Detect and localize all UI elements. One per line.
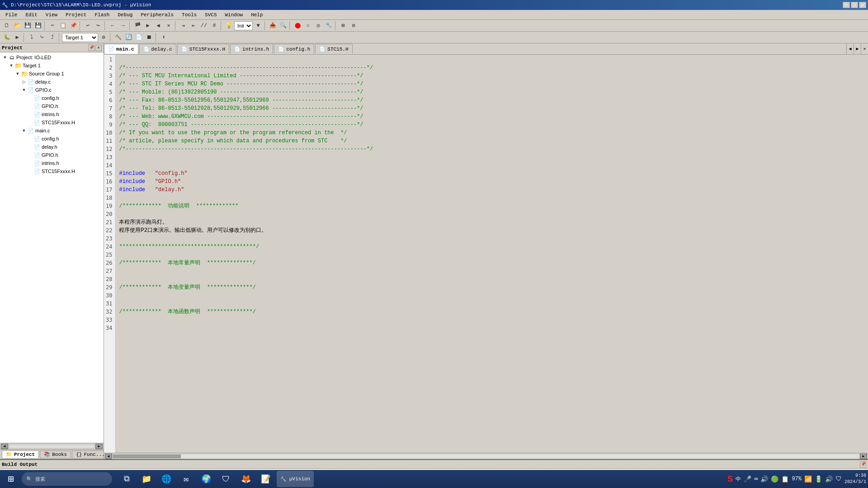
cut-button[interactable]: ✂ — [47, 21, 57, 31]
scroll-right-btn[interactable]: ▶ — [95, 444, 103, 449]
expand-main-c[interactable]: ▼ — [21, 127, 27, 134]
panel-close-button[interactable]: ✕ — [95, 45, 102, 51]
tree-node-target1[interactable]: ▼ 📁 Target 1 — [1, 61, 103, 70]
tab-books[interactable]: 📚 Books — [40, 450, 71, 459]
disable-bp-button[interactable]: ◎ — [313, 21, 323, 31]
bookmark-prev-button[interactable]: ◀ — [153, 21, 163, 31]
rebuild-button[interactable]: 🔄 — [123, 33, 133, 42]
debug-button[interactable]: 🐛 — [2, 33, 12, 42]
editor-scrollbar-h[interactable]: ◀ ▶ — [104, 453, 868, 459]
tree-node-gpio-c[interactable]: ▼ 📄 GPIO.c — [1, 86, 103, 94]
uvision-taskbar-app[interactable]: 🔧 µVision — [277, 471, 314, 487]
paste-button[interactable]: 📌 — [68, 21, 78, 31]
tree-node-main-stc15-h[interactable]: 📄 STC15Fxxxx.H — [1, 167, 103, 175]
target-settings-button[interactable]: ⚙ — [99, 33, 108, 42]
save-all-button[interactable]: 💾 — [33, 21, 43, 31]
minimize-button[interactable]: — — [843, 2, 850, 8]
menu-project[interactable]: Project — [62, 11, 90, 19]
tree-node-main-gpio-h[interactable]: 📄 GPIO.h — [1, 151, 103, 159]
editor-scroll-right[interactable]: ▶ — [860, 454, 867, 459]
tab-config-h[interactable]: 📄 config.h — [274, 44, 314, 54]
taskbar-search[interactable]: 🔍 搜索 — [22, 472, 112, 486]
tree-node-config-h[interactable]: 📄 config.h — [1, 94, 103, 102]
search-btn[interactable]: 🔍 — [278, 21, 288, 31]
menu-edit[interactable]: Edit — [22, 11, 41, 19]
clear-bp-button[interactable]: ○ — [303, 21, 313, 31]
editor-scroll-thumb[interactable] — [113, 455, 181, 458]
build-pin-button[interactable]: 📌 — [860, 461, 866, 468]
expand-target1[interactable]: ▼ — [8, 62, 14, 69]
stop-build-button[interactable]: ⏹ — [144, 33, 154, 42]
nav-back-button[interactable]: ← — [108, 21, 118, 31]
app-icon-6[interactable]: 🦊 — [237, 471, 255, 487]
menu-view[interactable]: View — [42, 11, 61, 19]
menu-tools[interactable]: Tools — [178, 11, 200, 19]
tab-stc15-h[interactable]: 📄 STC15.H — [315, 44, 352, 54]
shield-button[interactable]: 🛡 — [217, 471, 235, 487]
menu-file[interactable]: File — [2, 11, 21, 19]
expand-gpio-c[interactable]: ▼ — [21, 87, 27, 93]
indent-button[interactable]: ⇥ — [178, 21, 188, 31]
translate-button[interactable]: 📄 — [134, 33, 144, 42]
menu-flash[interactable]: Flash — [91, 11, 113, 19]
bookmark-button[interactable]: 🏴 — [132, 21, 142, 31]
undo-button[interactable]: ↩ — [83, 21, 93, 31]
expand-project-root[interactable]: ▼ — [2, 54, 8, 61]
download-button[interactable]: 📥 — [268, 21, 278, 31]
scroll-left-btn[interactable]: ◀ — [1, 444, 8, 449]
explorer-button[interactable]: 📁 — [137, 471, 156, 487]
menu-window[interactable]: Window — [222, 11, 247, 19]
browser-button1[interactable]: 🌐 — [157, 471, 175, 487]
step-out-button[interactable]: ⤴ — [47, 33, 57, 42]
init-combo[interactable]: Init — [234, 21, 253, 30]
run-button[interactable]: ▶ — [12, 33, 22, 42]
comment-button[interactable]: // — [199, 21, 209, 31]
menu-debug[interactable]: Debug — [114, 11, 136, 19]
tree-node-main-delay-h[interactable]: 📄 delay.h — [1, 143, 103, 151]
tree-scrollbar-h[interactable]: ◀ ▶ — [0, 443, 104, 449]
tree-node-gpio-h[interactable]: 📄 GPIO.h — [1, 102, 103, 110]
mail-button[interactable]: ✉ — [177, 471, 195, 487]
save-button[interactable]: 💾 — [23, 21, 33, 31]
tab-close-btn[interactable]: ✕ — [861, 43, 868, 54]
tree-node-main-intrins-h[interactable]: 📄 intrins.h — [1, 159, 103, 167]
settings-button[interactable]: ⚙ — [349, 21, 359, 31]
redo-button[interactable]: ↪ — [93, 21, 103, 31]
menu-help[interactable]: Help — [247, 11, 266, 19]
taskview-button[interactable]: ⧉ — [118, 471, 136, 487]
start-button[interactable]: ⊞ — [2, 471, 20, 487]
taskbar-clock[interactable]: 9:36 2024/3/1 — [844, 473, 866, 485]
breakpoint-button[interactable]: ⬤ — [292, 21, 302, 31]
target-combo[interactable]: Target 1 — [62, 33, 98, 42]
bookmark-next-button[interactable]: ▶ — [143, 21, 153, 31]
tab-scroll-left-btn[interactable]: ◀ — [846, 43, 854, 54]
panel-pin-button[interactable]: 📌 — [88, 45, 94, 51]
outdent-button[interactable]: ⇤ — [189, 21, 198, 31]
tree-node-main-config-h[interactable]: 📄 config.h — [1, 135, 103, 143]
expand-source-group[interactable]: ▼ — [14, 70, 21, 77]
new-file-button[interactable]: 🗋 — [2, 21, 12, 31]
copy-button[interactable]: 📋 — [58, 21, 68, 31]
tree-node-stc15fxxxx-h[interactable]: 📄 STC15Fxxxx.H — [1, 118, 103, 127]
bulb-button[interactable]: 💡 — [224, 21, 234, 31]
tree-node-project-root[interactable]: ▼ 🗂 Project: IO-LED — [1, 53, 103, 61]
code-content[interactable]: /*--------------------------------------… — [115, 55, 868, 453]
tab-intrins-h[interactable]: 📄 intrins.h — [230, 44, 273, 54]
editor-scroll-left[interactable]: ◀ — [105, 454, 112, 459]
open-file-button[interactable]: 📂 — [12, 21, 22, 31]
step-over-button[interactable]: ⤵ — [27, 33, 37, 42]
tab-main-c[interactable]: 📄 main.c — [104, 44, 138, 54]
tab-project[interactable]: 📁 Project — [2, 450, 39, 459]
tab-delay-c[interactable]: 📄 delay.c — [139, 44, 176, 54]
close-button[interactable]: ✕ — [859, 2, 866, 8]
uncomment-button[interactable]: # — [209, 21, 219, 31]
tree-node-intrins-h[interactable]: 📄 intrins.h — [1, 110, 103, 118]
build-button[interactable]: 🔨 — [113, 33, 123, 42]
edge-button[interactable]: 🌍 — [197, 471, 215, 487]
menu-peripherals[interactable]: Peripherals — [137, 11, 177, 19]
bookmark-clear-button[interactable]: ✕ — [164, 21, 174, 31]
tree-node-main-c[interactable]: ▼ 📄 main.c — [1, 127, 103, 135]
tab-scroll-right-btn[interactable]: ▶ — [854, 43, 861, 54]
tab-func[interactable]: {} Func... — [72, 450, 104, 459]
expand-delay-c[interactable]: ▷ — [21, 79, 27, 85]
